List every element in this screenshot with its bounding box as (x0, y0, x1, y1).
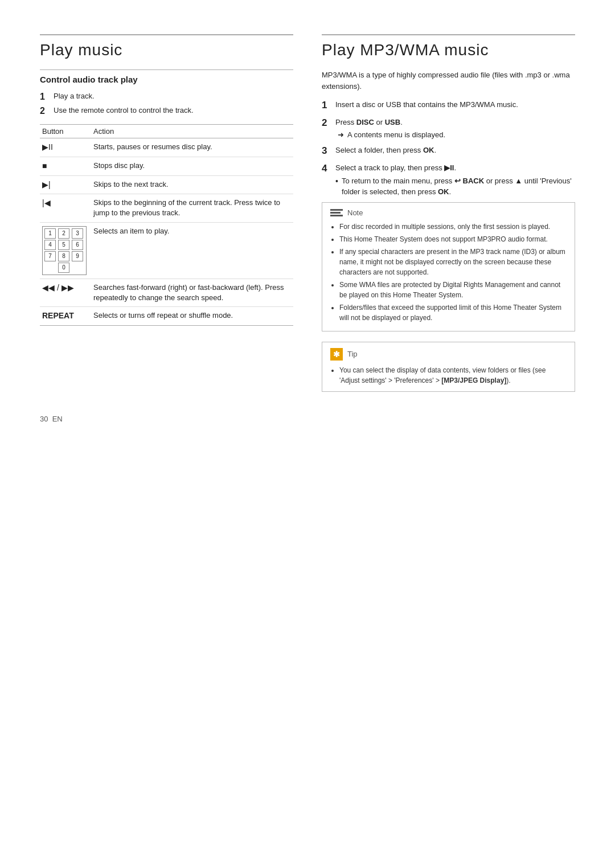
note-line-1 (330, 209, 343, 211)
action-cell: Selects an item to play. (91, 222, 293, 279)
action-cell: Stops disc play. (91, 157, 293, 175)
tip-header: ✱ Tip (330, 348, 567, 361)
back-keyword: ↩ BACK (454, 177, 484, 185)
button-cell: ■ (40, 157, 91, 175)
action-cell: Selects or turns off repeat or shuffle m… (91, 306, 293, 325)
note-item: For disc recorded in multiple sessions, … (339, 222, 567, 232)
button-cell: REPEAT (40, 306, 91, 325)
tip-label: Tip (347, 350, 358, 358)
step-text: Press DISC or USB. ➜ A contents menu is … (335, 117, 445, 141)
note-list: For disc recorded in multiple sessions, … (330, 222, 567, 323)
step-text-part: or (374, 118, 385, 126)
note-header: Note (330, 208, 567, 217)
button-cell: ▶| (40, 175, 91, 194)
numpad-grid: 1 2 3 4 5 6 7 8 9 0 (42, 226, 87, 275)
note-item: If any special characters are present in… (339, 247, 567, 277)
up-keyword: ▲ (515, 177, 522, 185)
step-text-part: Select a track to play, then press (335, 163, 444, 172)
numpad-key-2: 2 (58, 228, 69, 239)
table-col-action: Action (91, 125, 293, 138)
bullet-icon: • (335, 175, 338, 198)
note-label: Note (347, 208, 363, 217)
right-column: Play MP3/WMA music MP3/WMA is a type of … (322, 34, 575, 392)
button-cell: 1 2 3 4 5 6 7 8 9 0 (40, 222, 91, 279)
page-lang: EN (52, 415, 63, 423)
right-intro: MP3/WMA is a type of highly compressed a… (322, 69, 575, 92)
tip-icon: ✱ (330, 348, 343, 361)
numpad-key-1: 1 (44, 228, 56, 239)
table-row: ▶| Skips to the next track. (40, 175, 293, 194)
right-title: Play MP3/WMA music (322, 34, 575, 59)
repeat-symbol: REPEAT (42, 311, 74, 320)
main-title: Play music (40, 34, 293, 59)
step-number: 2 (40, 105, 49, 116)
step-number: 1 (40, 91, 49, 102)
table-row: 1 2 3 4 5 6 7 8 9 0 (40, 222, 293, 279)
tip-list: You can select the display of data conte… (330, 365, 567, 386)
action-cell: Searches fast-forward (right) or fast-ba… (91, 279, 293, 306)
step-4: 4 Select a track to play, then press ▶II… (322, 163, 575, 198)
stop-symbol: ■ (42, 161, 47, 170)
step-number: 2 (322, 116, 331, 141)
step-2: 2 Press DISC or USB. ➜ A contents menu i… (322, 117, 575, 141)
action-cell: Starts, pauses or resumes disc play. (91, 138, 293, 157)
numpad-key-3: 3 (72, 228, 83, 239)
numpad-key-8: 8 (58, 251, 69, 261)
arrow-icon: ➜ (338, 130, 344, 141)
action-table: Button Action ▶II Starts, pauses or resu… (40, 124, 293, 325)
action-cell: Skips to the beginning of the current tr… (91, 194, 293, 222)
page-number: 30 (40, 415, 48, 423)
step-sub: • To return to the main menu, press ↩ BA… (335, 176, 575, 198)
table-row: ▶II Starts, pauses or resumes disc play. (40, 138, 293, 157)
step-3: 3 Select a folder, then press OK. (322, 145, 575, 158)
step-text: Insert a disc or USB that contains the M… (335, 100, 518, 113)
note-item: This Home Theater System does not suppor… (339, 234, 567, 244)
page-layout: Play music Control audio track play 1 Pl… (40, 34, 575, 392)
next-symbol: ▶| (42, 180, 51, 189)
table-col-button: Button (40, 125, 91, 138)
numpad-key-6: 6 (72, 240, 83, 250)
note-line-2 (330, 212, 341, 214)
tip-bold: [MP3/JPEG Display] (441, 376, 506, 384)
numpad-key-5: 5 (58, 240, 69, 250)
subsection-title: Control audio track play (40, 69, 293, 84)
prev-symbol: |◀ (42, 198, 51, 207)
ff-rew-symbol: ◀◀ / ▶▶ (42, 283, 74, 292)
step-number: 3 (322, 144, 331, 158)
intro-step-2: 2 Use the remote control to control the … (40, 105, 293, 116)
table-row: ◀◀ / ▶▶ Searches fast-forward (right) or… (40, 279, 293, 306)
step-1: 1 Insert a disc or USB that contains the… (322, 100, 575, 113)
numpad-key-4: 4 (44, 240, 56, 250)
button-cell: |◀ (40, 194, 91, 222)
disc-keyword: DISC (356, 118, 374, 126)
usb-keyword: USB (385, 118, 400, 126)
page-footer: 30 EN (40, 415, 575, 423)
table-row: |◀ Skips to the beginning of the current… (40, 194, 293, 222)
step-text-part: . (400, 118, 403, 126)
button-cell: ◀◀ / ▶▶ (40, 279, 91, 306)
step-text-part: . (434, 146, 436, 154)
step-number: 1 (322, 99, 331, 113)
note-item: Folders/files that exceed the supported … (339, 302, 567, 323)
step-text: Play a track. (54, 91, 95, 102)
ok-keyword2: OK (438, 187, 449, 196)
left-column: Play music Control audio track play 1 Pl… (40, 34, 293, 392)
step-text-part: Press (335, 118, 356, 126)
button-cell: ▶II (40, 138, 91, 157)
numpad-key-7: 7 (44, 251, 56, 261)
ok-keyword: OK (423, 146, 434, 154)
play-keyword: ▶II (444, 163, 454, 172)
play-pause-symbol: ▶II (42, 142, 53, 152)
steps-list: 1 Insert a disc or USB that contains the… (322, 100, 575, 198)
note-box: Note For disc recorded in multiple sessi… (322, 202, 575, 331)
table-row: REPEAT Selects or turns off repeat or sh… (40, 306, 293, 325)
step-text: Select a track to play, then press ▶II. … (335, 163, 575, 198)
note-icon (330, 209, 343, 216)
action-cell: Skips to the next track. (91, 175, 293, 194)
step-number: 4 (322, 162, 331, 198)
note-item: Some WMA files are protected by Digital … (339, 280, 567, 300)
step-text-part: . (454, 163, 456, 172)
intro-steps-list: 1 Play a track. 2 Use the remote control… (40, 91, 293, 116)
step-text: Select a folder, then press OK. (335, 145, 436, 158)
table-row: ■ Stops disc play. (40, 157, 293, 175)
